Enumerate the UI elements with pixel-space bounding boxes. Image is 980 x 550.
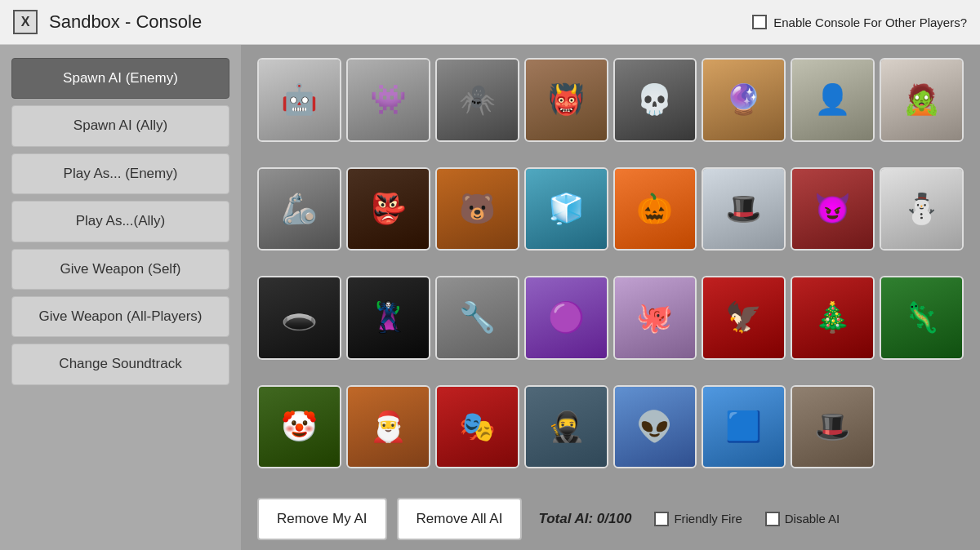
char-icon-char-1: 🤖 [281,85,318,114]
char-icon-char-16: ⛄ [903,194,940,224]
total-ai-label: Total AI: 0/100 [538,511,631,527]
enable-console-checkbox[interactable] [752,15,767,29]
char-icon-char-23: 🎄 [814,303,851,332]
sidebar-btn-spawn-enemy[interactable]: Spawn AI (Enemy) [11,58,229,99]
ai-card-char-30[interactable]: 🟦 [702,385,786,469]
char-icon-char-26: 🎅 [370,412,407,441]
ai-card-char-20[interactable]: 🟣 [524,276,608,360]
ai-card-char-4[interactable]: 👹 [524,58,608,142]
ai-card-char-11[interactable]: 🐻 [435,167,519,251]
char-icon-char-3: 🕷️ [459,85,496,114]
ai-card-char-16[interactable]: ⛄ [880,167,964,251]
ai-card-char-12[interactable]: 🧊 [524,167,608,251]
ai-card-char-6[interactable]: 🔮 [702,58,786,142]
close-icon: X [21,15,30,29]
ai-card-char-9[interactable]: 🦾 [257,167,341,251]
char-icon-char-8: 🧟 [903,85,940,114]
sidebar: Spawn AI (Enemy)Spawn AI (Ally)Play As..… [0,45,241,550]
enable-console-area: Enable Console For Other Players? [752,15,967,29]
ai-card-char-2[interactable]: 👾 [346,58,430,142]
char-icon-char-20: 🟣 [548,303,585,332]
disable-ai-checkbox[interactable] [765,512,780,526]
char-icon-char-6: 🔮 [725,85,762,114]
ai-card-char-14[interactable]: 🎩 [702,167,786,251]
ai-card-char-21[interactable]: 🐙 [613,276,697,360]
disable-ai-group: Disable AI [765,512,840,526]
char-icon-char-25: 🤡 [281,412,318,441]
char-icon-char-29: 👽 [636,412,673,441]
friendly-fire-label: Friendly Fire [674,512,742,526]
char-icon-char-7: 👤 [814,85,851,114]
char-icon-char-12: 🧊 [548,194,585,224]
ai-card-char-13[interactable]: 🎃 [613,167,697,251]
char-icon-char-5: 💀 [636,85,673,114]
main-layout: Spawn AI (Enemy)Spawn AI (Ally)Play As..… [0,45,980,550]
char-icon-char-4: 👹 [548,85,585,114]
char-icon-char-2: 👾 [370,85,407,114]
sidebar-btn-give-weapon-all[interactable]: Give Weapon (All-Players) [11,296,229,337]
close-button[interactable]: X [13,10,38,34]
ai-card-char-23[interactable]: 🎄 [791,276,875,360]
ai-card-char-31[interactable]: 🎩 [791,385,875,469]
char-icon-char-18: 🦹 [370,303,407,332]
enable-console-label: Enable Console For Other Players? [773,16,967,29]
char-icon-char-13: 🎃 [636,194,673,224]
char-icon-char-10: 👺 [370,194,407,224]
ai-card-char-18[interactable]: 🦹 [346,276,430,360]
ai-card-char-19[interactable]: 🔧 [435,276,519,360]
char-icon-char-14: 🎩 [725,194,762,224]
char-icon-char-21: 🐙 [636,303,673,332]
char-icon-char-11: 🐻 [459,194,496,224]
ai-card-char-24[interactable]: 🦎 [880,276,964,360]
friendly-fire-checkbox[interactable] [654,512,669,526]
ai-card-char-10[interactable]: 👺 [346,167,430,251]
ai-card-char-17[interactable]: 🕳️ [257,276,341,360]
sidebar-btn-change-soundtrack[interactable]: Change Soundtrack [11,344,229,384]
char-icon-char-28: 🥷 [548,412,585,441]
sidebar-btn-give-weapon-self[interactable]: Give Weapon (Self) [11,249,229,290]
bottom-bar: Remove My AI Remove All AI Total AI: 0/1… [257,489,964,542]
char-icon-char-27: 🎭 [459,412,496,441]
ai-card-char-28[interactable]: 🥷 [524,385,608,469]
remove-my-ai-button[interactable]: Remove My AI [257,498,387,540]
char-icon-char-30: 🟦 [725,412,762,441]
content-area: 🤖👾🕷️👹💀🔮👤🧟🦾👺🐻🧊🎃🎩😈⛄🕳️🦹🔧🟣🐙🦅🎄🦎🤡🎅🎭🥷👽🟦🎩 Remove… [241,45,980,550]
char-icon-char-19: 🔧 [459,303,496,332]
sidebar-btn-spawn-ally[interactable]: Spawn AI (Ally) [11,105,229,146]
window-title: Sandbox - Console [49,11,752,33]
friendly-fire-group: Friendly Fire [654,512,742,526]
ai-card-char-15[interactable]: 😈 [791,167,875,251]
ai-card-char-7[interactable]: 👤 [791,58,875,142]
title-bar: X Sandbox - Console Enable Console For O… [0,0,980,45]
ai-card-char-1[interactable]: 🤖 [257,58,341,142]
ai-card-char-26[interactable]: 🎅 [346,385,430,469]
disable-ai-label: Disable AI [785,512,840,526]
char-icon-char-24: 🦎 [903,303,940,332]
char-icon-char-15: 😈 [814,194,851,224]
ai-card-char-22[interactable]: 🦅 [702,276,786,360]
char-icon-char-9: 🦾 [281,194,318,224]
ai-card-char-25[interactable]: 🤡 [257,385,341,469]
ai-character-grid: 🤖👾🕷️👹💀🔮👤🧟🦾👺🐻🧊🎃🎩😈⛄🕳️🦹🔧🟣🐙🦅🎄🦎🤡🎅🎭🥷👽🟦🎩 [257,58,964,489]
ai-card-char-5[interactable]: 💀 [613,58,697,142]
char-icon-char-17: 🕳️ [281,303,318,332]
char-icon-char-22: 🦅 [725,303,762,332]
sidebar-btn-play-ally[interactable]: Play As...(Ally) [11,201,229,242]
sidebar-btn-play-enemy[interactable]: Play As... (Enemy) [11,153,229,194]
remove-all-ai-button[interactable]: Remove All AI [397,498,523,540]
char-icon-char-31: 🎩 [814,412,851,441]
ai-card-char-3[interactable]: 🕷️ [435,58,519,142]
ai-card-char-8[interactable]: 🧟 [880,58,964,142]
ai-card-char-27[interactable]: 🎭 [435,385,519,469]
ai-card-char-29[interactable]: 👽 [613,385,697,469]
